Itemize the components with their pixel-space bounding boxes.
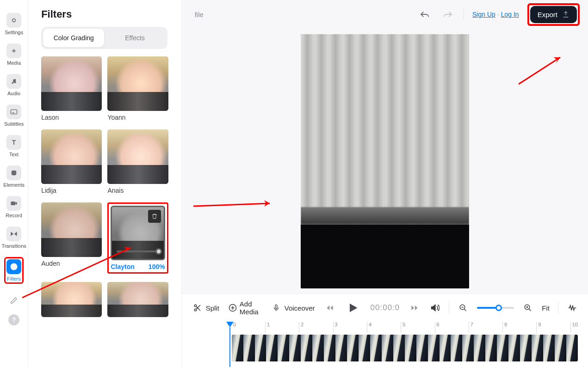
- top-bar: file Sign Up·Log In Export: [182, 0, 588, 29]
- mic-icon: [271, 302, 282, 313]
- arrow-annotation: [191, 200, 279, 211]
- nav-subtitles[interactable]: Subtitles: [4, 104, 24, 127]
- nav-label: Subtitles: [4, 121, 24, 127]
- ruler-tick: 3: [333, 322, 367, 333]
- highlight-export: Export: [527, 3, 580, 26]
- svg-line-9: [519, 57, 560, 84]
- timeline-section: Split Add Media Voiceover 00:00:0: [182, 294, 588, 367]
- filter-name: Clayton: [111, 263, 134, 270]
- filter-name: Anais: [107, 187, 168, 194]
- filters-icon: [6, 259, 21, 274]
- filter-thumb: [107, 129, 168, 184]
- next-button[interactable]: [409, 302, 420, 313]
- filter-auden[interactable]: Auden: [41, 202, 102, 274]
- filter-item[interactable]: [41, 282, 102, 317]
- nav-pencil[interactable]: [8, 295, 19, 306]
- ruler-tick: 7: [469, 322, 502, 333]
- voiceover-button[interactable]: Voiceover: [271, 302, 315, 313]
- zoom-out-button[interactable]: [458, 302, 469, 313]
- filter-thumb: [41, 56, 102, 111]
- nav-filters[interactable]: Filters: [6, 259, 21, 281]
- filter-lidija[interactable]: Lidija: [41, 129, 102, 194]
- nav-label: Text: [9, 152, 19, 157]
- nav-rail: Settings Media Audio Subtitles T Text El…: [0, 0, 28, 367]
- zoom-in-button[interactable]: [522, 302, 533, 313]
- nav-settings[interactable]: Settings: [5, 13, 23, 35]
- upload-icon: [562, 11, 569, 18]
- filter-tabs: Color Grading Effects: [41, 27, 167, 49]
- svg-rect-16: [275, 305, 277, 308]
- fit-button[interactable]: Fit: [542, 304, 550, 312]
- subtitles-icon: [6, 104, 21, 119]
- nav-media[interactable]: Media: [6, 43, 21, 66]
- highlight-filters: Filters: [4, 257, 24, 284]
- settings-icon: [6, 13, 21, 28]
- undo-button[interactable]: [417, 7, 432, 22]
- split-label: Split: [206, 304, 219, 312]
- nav-elements[interactable]: Elements: [3, 165, 25, 188]
- ruler-tick: 9: [536, 322, 570, 333]
- filter-name: Auden: [41, 260, 102, 267]
- highlight-clayton: Clayton 100%: [107, 202, 168, 274]
- file-label[interactable]: file: [195, 11, 204, 18]
- text-icon: T: [6, 135, 21, 150]
- redo-button[interactable]: [440, 7, 455, 22]
- preview-video[interactable]: [301, 34, 469, 288]
- login-link[interactable]: Log In: [501, 11, 519, 18]
- nav-label: Transitions: [1, 243, 26, 249]
- filter-yoann[interactable]: Yoann: [107, 56, 168, 121]
- export-label: Export: [538, 11, 557, 18]
- filter-item[interactable]: [107, 282, 168, 317]
- filter-name: Lason: [41, 114, 102, 121]
- prev-button[interactable]: [324, 302, 335, 313]
- filter-lason[interactable]: Lason: [41, 56, 102, 121]
- split-button[interactable]: Split: [192, 302, 219, 313]
- svg-line-8: [193, 203, 270, 206]
- video-track[interactable]: [232, 335, 578, 361]
- nav-help[interactable]: ?: [8, 314, 19, 325]
- svg-rect-5: [12, 171, 17, 176]
- filter-thumb: [41, 202, 102, 257]
- sound-button[interactable]: [429, 302, 440, 313]
- waveform-icon[interactable]: [567, 302, 578, 313]
- filter-thumb: [41, 129, 102, 184]
- panel-title: Filters: [41, 8, 175, 20]
- scissors-icon: [192, 302, 203, 313]
- signup-link[interactable]: Sign Up: [472, 11, 495, 18]
- zoom-slider[interactable]: [477, 307, 514, 309]
- filter-clayton[interactable]: Clayton 100%: [111, 206, 165, 270]
- time-display: 00:00:0: [371, 303, 400, 312]
- nav-transitions[interactable]: Transitions: [1, 226, 26, 249]
- nav-label: Audio: [7, 91, 20, 96]
- filter-name: Lidija: [41, 187, 102, 194]
- ruler-tick: 2: [299, 322, 333, 333]
- elements-icon: [6, 165, 21, 180]
- preview-area: [182, 29, 588, 294]
- svg-rect-6: [11, 202, 15, 205]
- nav-audio[interactable]: Audio: [6, 74, 21, 96]
- svg-line-18: [464, 309, 467, 311]
- ruler-tick: 0: [232, 322, 265, 333]
- nav-label: Filters: [7, 276, 21, 281]
- svg-point-1: [12, 82, 13, 84]
- export-button[interactable]: Export: [530, 6, 577, 23]
- add-media-button[interactable]: Add Media: [229, 300, 261, 316]
- pencil-icon: [8, 295, 19, 306]
- tab-color-grading[interactable]: Color Grading: [43, 29, 104, 47]
- timeline-ruler[interactable]: 0 1 2 3 4 5 6 7 8 9 10: [182, 322, 588, 333]
- tab-effects[interactable]: Effects: [104, 29, 165, 47]
- timeline-body: 0 1 2 3 4 5 6 7 8 9 10: [182, 322, 588, 361]
- nav-label: Record: [6, 213, 22, 218]
- auth-links: Sign Up·Log In: [472, 11, 519, 18]
- play-button[interactable]: [345, 300, 361, 316]
- nav-text[interactable]: T Text: [6, 135, 21, 157]
- svg-point-12: [194, 309, 197, 311]
- nav-record[interactable]: Record: [6, 196, 22, 218]
- ruler-tick: 8: [502, 322, 536, 333]
- transitions-icon: [6, 226, 21, 241]
- filter-intensity-slider[interactable]: [117, 251, 159, 252]
- filter-anais[interactable]: Anais: [107, 129, 168, 194]
- svg-point-11: [194, 305, 197, 307]
- main-area: file Sign Up·Log In Export: [182, 0, 588, 367]
- delete-filter-button[interactable]: [148, 210, 161, 223]
